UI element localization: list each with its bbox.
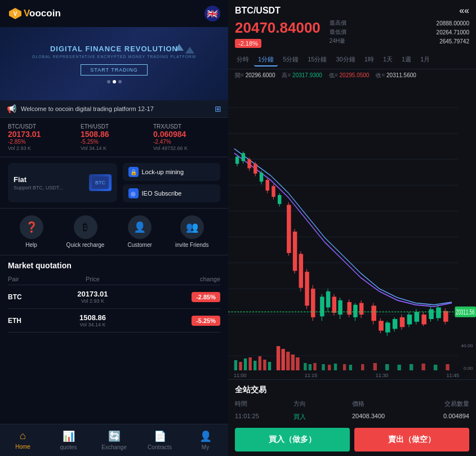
- svg-rect-79: [421, 315, 426, 324]
- banner-dots: [107, 80, 122, 83]
- fiat-subtitle: Support BTC, USDT...: [14, 185, 84, 191]
- exchange-label: Exchange: [101, 444, 126, 450]
- service-buttons: 🔒 Lock-up mining ◎ IEO Subscribe: [123, 163, 221, 202]
- 24h-value: 2645.79742: [439, 38, 469, 45]
- market-section: Market quotation Pair Price change BTC 2…: [0, 255, 228, 335]
- svg-rect-109: [322, 364, 324, 370]
- ticker-trx[interactable]: TRX/USDT 0.060984 -2.47% Vol 49732.66 K: [153, 123, 220, 151]
- nav-exchange[interactable]: 🔄 Exchange: [91, 428, 137, 453]
- svg-text:V: V: [14, 11, 17, 17]
- help-action[interactable]: ❓ Help: [20, 215, 43, 248]
- ticker-trx-price: 0.060984: [153, 130, 220, 139]
- contracts-label: Contracts: [148, 444, 172, 450]
- invite-friends-action[interactable]: 👥 invite Friends: [175, 215, 208, 248]
- sell-button[interactable]: 賣出（做空）: [354, 428, 469, 451]
- tf-15min[interactable]: 15分鐘: [304, 54, 331, 67]
- open-val: 20296.6000: [246, 72, 275, 78]
- svg-rect-95: [244, 358, 247, 370]
- nav-home[interactable]: ⌂ Home: [0, 428, 46, 453]
- svg-rect-37: [272, 186, 275, 197]
- quick-recharge-action[interactable]: ₿ Quick recharge: [66, 215, 105, 248]
- svg-rect-25: [235, 157, 239, 164]
- time-1100: 11:00: [234, 373, 247, 378]
- customer-action[interactable]: 👤 Customer: [128, 215, 152, 248]
- tf-1d[interactable]: 1天: [379, 54, 397, 67]
- ieo-subscribe-btn[interactable]: ◎ IEO Subscribe: [123, 184, 221, 202]
- tf-1h[interactable]: 1時: [361, 54, 378, 67]
- home-icon: ⌂: [20, 430, 26, 442]
- svg-rect-116: [385, 364, 389, 370]
- ohlc-open: 開= 20296.6000: [235, 72, 275, 79]
- 24h-label: 24H量: [330, 37, 345, 45]
- table-row[interactable]: ETH 1508.86 Vol 34.14 K -5.25%: [8, 309, 220, 333]
- tf-1m[interactable]: 1月: [416, 54, 434, 67]
- back-arrows[interactable]: ««: [459, 6, 469, 16]
- ohlc-close-label: 收=: [376, 72, 385, 78]
- my-icon: 👤: [199, 430, 212, 442]
- svg-text:0.00: 0.00: [464, 365, 473, 371]
- ticker-btc[interactable]: BTC/USDT 20173.01 -2.85% Vol 2.93 K: [8, 123, 75, 151]
- eth-price-main: 1508.86: [48, 313, 137, 322]
- nav-contracts[interactable]: 📄 Contracts: [137, 428, 183, 453]
- table-row[interactable]: BTC 20173.01 Vol 2.93 K -2.85%: [8, 285, 220, 309]
- svg-text:40.00: 40.00: [461, 343, 473, 348]
- tf-fen[interactable]: 分時: [233, 54, 253, 67]
- ticker-btc-price: 20173.01: [8, 130, 75, 139]
- svg-rect-104: [291, 355, 295, 370]
- invite-icon: 👥: [180, 215, 204, 239]
- ticker-row: BTC/USDT 20173.01 -2.85% Vol 2.93 K ETH/…: [0, 118, 228, 157]
- stat-high: 最高價 20888.00000: [330, 19, 469, 27]
- nav-my[interactable]: 👤 My: [183, 428, 228, 453]
- svg-rect-107: [309, 364, 312, 370]
- ticker-eth[interactable]: ETH/USDT 1508.86 -5.25% Vol 34.14 K: [81, 123, 148, 151]
- svg-rect-65: [371, 306, 376, 321]
- lock-up-mining-btn[interactable]: 🔒 Lock-up mining: [123, 163, 221, 181]
- buy-button[interactable]: 買入（做多）: [235, 428, 350, 451]
- tf-30min[interactable]: 30分鐘: [332, 54, 359, 67]
- low-label: 最低價: [330, 28, 346, 36]
- ieo-label: IEO Subscribe: [142, 190, 182, 197]
- time-1145: 11:45: [446, 373, 459, 378]
- trade-header: 全站交易: [228, 380, 476, 397]
- btc-change-badge: -2.85%: [192, 292, 220, 302]
- start-trading-button[interactable]: START TRADING: [81, 64, 147, 76]
- tf-5min[interactable]: 5分鐘: [279, 54, 302, 67]
- price-stats: 最高價 20888.00000 最低價 20264.71000 24H量 264…: [330, 19, 469, 45]
- fiat-card[interactable]: Fiat Support BTC, USDT... BTC: [8, 163, 117, 202]
- help-icon: ❓: [20, 215, 43, 239]
- lock-icon: 🔒: [128, 167, 139, 177]
- tf-1w[interactable]: 1週: [398, 54, 415, 67]
- svg-rect-41: [287, 205, 291, 253]
- svg-rect-83: [436, 307, 441, 318]
- right-panel: BTC/USDT «« 20470.84000 -2.18% 最高價 20888…: [228, 0, 476, 456]
- svg-rect-53: [326, 291, 331, 307]
- recharge-icon: ₿: [74, 215, 97, 239]
- ohlc-low-val: 20295.0500: [340, 72, 370, 78]
- nav-quotes[interactable]: 📊 quotes: [46, 428, 91, 453]
- svg-rect-43: [293, 232, 297, 271]
- svg-rect-75: [407, 315, 412, 324]
- banner-title: DIGITAL FINANCE REVOLUTION: [50, 45, 178, 53]
- svg-rect-115: [373, 363, 377, 370]
- trade-price-val: 20408.3400: [352, 413, 411, 421]
- svg-rect-121: [446, 364, 449, 370]
- quick-recharge-label: Quick recharge: [66, 242, 105, 248]
- eth-change-badge: -5.25%: [192, 316, 220, 326]
- svg-text:20311.56: 20311.56: [456, 309, 475, 316]
- svg-rect-49: [311, 289, 315, 317]
- ticker-btc-vol: Vol 2.93 K: [8, 145, 75, 151]
- language-flag[interactable]: 🇬🇧: [204, 6, 220, 21]
- eth-change: -5.25%: [137, 309, 220, 333]
- col-qty: 交易數量: [411, 400, 469, 408]
- trade-row: 11:01:25 買入 20408.3400 0.004894: [228, 410, 476, 423]
- svg-rect-111: [334, 364, 337, 370]
- svg-rect-71: [393, 319, 398, 329]
- col-time: 時間: [235, 400, 293, 408]
- ticker-btc-pair: BTC/USDT: [8, 123, 75, 130]
- tf-1min[interactable]: 1分鐘: [254, 54, 278, 67]
- svg-rect-51: [320, 296, 324, 316]
- lock-mining-label: Lock-up mining: [142, 169, 184, 175]
- svg-rect-33: [260, 172, 263, 181]
- svg-rect-69: [385, 322, 390, 332]
- ticker-eth-vol: Vol 34.14 K: [81, 145, 148, 151]
